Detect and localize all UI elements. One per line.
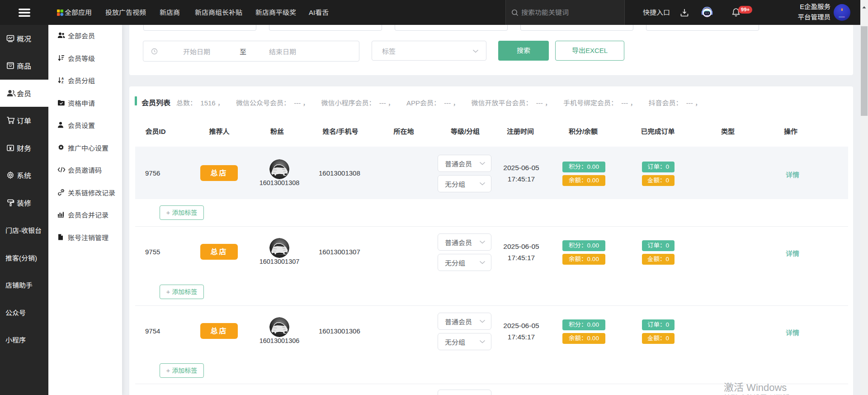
svg-text:Z: Z bbox=[61, 81, 64, 84]
svg-text:A: A bbox=[61, 77, 64, 80]
